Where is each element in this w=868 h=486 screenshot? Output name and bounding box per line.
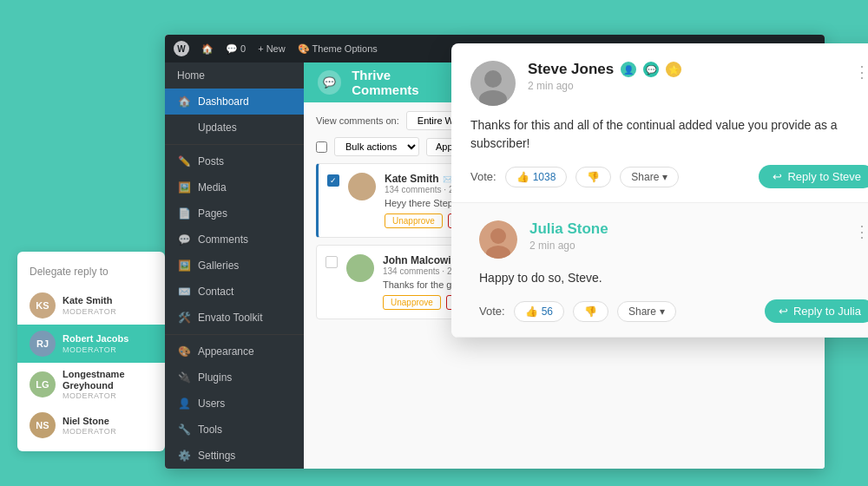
sidebar-item-pages[interactable]: 📄 Pages [165, 200, 304, 227]
chevron-down-icon: ▾ [662, 171, 667, 183]
john-unapprove-btn[interactable]: Unapprove [383, 295, 441, 310]
steve-comment-text: Thanks for this and all of the continual… [470, 116, 868, 153]
steve-share-btn[interactable]: Share ▾ [620, 167, 679, 187]
delegate-role-kate: MODERATOR [62, 307, 116, 316]
posts-icon: ✏️ [177, 154, 191, 168]
dashboard-icon: 🏠 [177, 95, 191, 108]
comments-icon: 💬 [177, 233, 191, 246]
sidebar-label-galleries: Galleries [198, 259, 239, 272]
wp-sidebar: Home 🏠 Dashboard Updates ✏️ Posts 🖼️ Med… [165, 62, 304, 469]
bulk-select-all-checkbox[interactable] [316, 141, 327, 153]
julia-share-btn[interactable]: Share ▾ [617, 301, 676, 322]
adminbar-home[interactable]: 🏠 [201, 43, 214, 55]
sidebar-label-envato: Envato Toolkit [198, 312, 263, 324]
sidebar-item-updates[interactable]: Updates [165, 115, 304, 141]
share-label: Share [631, 171, 659, 183]
kate-avatar [348, 173, 376, 200]
view-label: View comments on: [316, 115, 399, 126]
sidebar-item-posts[interactable]: ✏️ Posts [165, 148, 304, 174]
julia-time: 2 min ago [529, 240, 837, 252]
sidebar-label-updates: Updates [198, 122, 237, 134]
delegate-name-robert: Robert Jacobs [62, 333, 128, 345]
delegate-title: Delegate reply to [17, 266, 165, 286]
bulk-actions-select[interactable]: Bulk actions [334, 137, 419, 156]
sidebar-item-tools[interactable]: 🔧 Tools [165, 417, 304, 443]
reply-to-steve-btn[interactable]: ↩ Reply to Steve [759, 165, 868, 188]
sidebar-label-pages: Pages [198, 207, 227, 220]
sidebar-item-galleries[interactable]: 🖼️ Galleries [165, 253, 304, 279]
delegate-item-niel[interactable]: NS Niel Stone MODERATOR [17, 406, 165, 444]
steve-badge-2: 💬 [643, 62, 659, 77]
sidebar-item-dashboard[interactable]: 🏠 Dashboard [165, 89, 304, 115]
delegate-item-robert[interactable]: RJ Robert Jacobs MODERATOR [17, 325, 165, 363]
pages-icon: 📄 [177, 207, 191, 220]
julia-comment: Julia Stone 2 min ago ⋮ Happy to do so, … [451, 203, 868, 338]
avatar-kate: KS [30, 292, 56, 319]
julia-downvote-btn[interactable]: 👎 [573, 301, 608, 322]
julia-username: Julia Stone [529, 220, 837, 238]
sidebar-item-users[interactable]: 👤 Users [165, 391, 304, 417]
sidebar-label-appearance: Appearance [198, 345, 254, 358]
wp-logo: W [174, 41, 189, 56]
thrive-logo: 💬 [318, 70, 341, 95]
john-checkbox[interactable] [326, 256, 338, 268]
steve-user-info: Steve Jones 👤 💬 ⭐ 2 min ago [528, 61, 837, 92]
wp-logo-icon: W [174, 41, 189, 56]
sidebar-item-media[interactable]: 🖼️ Media [165, 174, 304, 200]
galleries-icon: 🖼️ [177, 259, 191, 273]
steve-badge-3: ⭐ [666, 62, 681, 77]
sidebar-divider-1 [165, 144, 304, 145]
steve-avatar [470, 61, 516, 106]
julia-vote-label: Vote: [479, 305, 505, 318]
sidebar-label-media: Media [198, 181, 227, 194]
svg-point-4 [490, 228, 506, 244]
appearance-icon: 🎨 [177, 345, 191, 358]
delegate-role-longestname: MODERATOR [62, 391, 153, 400]
thumbs-down-icon: 👎 [587, 171, 600, 183]
sidebar-label-comments: Comments [198, 233, 248, 246]
adminbar-theme[interactable]: 🎨 Theme Options [298, 43, 378, 55]
sidebar-label-settings: Settings [198, 450, 235, 462]
julia-header: Julia Stone 2 min ago ⋮ [479, 220, 868, 259]
avatar-niel: NS [30, 412, 56, 438]
julia-menu-button[interactable]: ⋮ [849, 220, 868, 243]
steve-upvote-btn[interactable]: 👍 1038 [505, 167, 568, 187]
delegate-item-longestname[interactable]: LG Longestname Greyhound MODERATOR [17, 363, 165, 406]
sidebar-label-dashboard: Dashboard [198, 95, 249, 108]
delegate-role-robert: MODERATOR [62, 345, 128, 354]
julia-upvote-btn[interactable]: 👍 56 [514, 301, 564, 322]
delegate-panel: Delegate reply to KS Kate Smith MODERATO… [17, 252, 165, 451]
sidebar-item-envato[interactable]: 🛠️ Envato Toolkit [165, 305, 304, 331]
thumbs-up-icon: 👍 [516, 171, 529, 183]
delegate-name-niel: Niel Stone [62, 416, 116, 427]
media-icon: 🖼️ [177, 181, 191, 194]
delegate-name-longestname: Longestname Greyhound [62, 369, 153, 391]
adminbar-comments[interactable]: 💬 0 [226, 43, 246, 55]
sidebar-divider-2 [165, 334, 304, 335]
sidebar-label-plugins: Plugins [198, 371, 232, 384]
julia-thumbs-down-icon: 👎 [584, 305, 597, 318]
delegate-item-kate[interactable]: KS Kate Smith MODERATOR [17, 286, 165, 325]
sidebar-home: Home [165, 62, 304, 89]
sidebar-item-comments[interactable]: 💬 Comments [165, 227, 304, 253]
john-avatar [346, 254, 374, 282]
sidebar-item-appearance[interactable]: 🎨 Appearance [165, 338, 304, 364]
reply-to-julia-btn[interactable]: ↩ Reply to Julia [765, 299, 868, 323]
julia-vote-count: 56 [542, 305, 553, 318]
sidebar-item-plugins[interactable]: 🔌 Plugins [165, 364, 304, 391]
thrive-logo-text: 💬 [323, 76, 336, 89]
steve-username: Steve Jones 👤 💬 ⭐ [528, 61, 837, 78]
adminbar-new[interactable]: + New [258, 43, 286, 54]
julia-avatar [479, 220, 517, 259]
sidebar-item-contact[interactable]: ✉️ Contact [165, 279, 304, 305]
steve-menu-button[interactable]: ⋮ [849, 61, 868, 83]
avatar-robert: RJ [30, 331, 56, 357]
kate-unapprove-btn[interactable]: Unapprove [385, 213, 443, 228]
steve-downvote-btn[interactable]: 👎 [575, 167, 611, 187]
sidebar-item-settings[interactable]: ⚙️ Settings [165, 443, 304, 469]
steve-comment: Steve Jones 👤 💬 ⭐ 2 min ago ⋮ Thanks for… [451, 43, 868, 203]
julia-user-info: Julia Stone 2 min ago [529, 220, 837, 252]
julia-comment-text: Happy to do so, Steve. [479, 269, 868, 287]
kate-checkbox[interactable]: ✓ [327, 174, 339, 187]
svg-point-1 [484, 70, 502, 88]
